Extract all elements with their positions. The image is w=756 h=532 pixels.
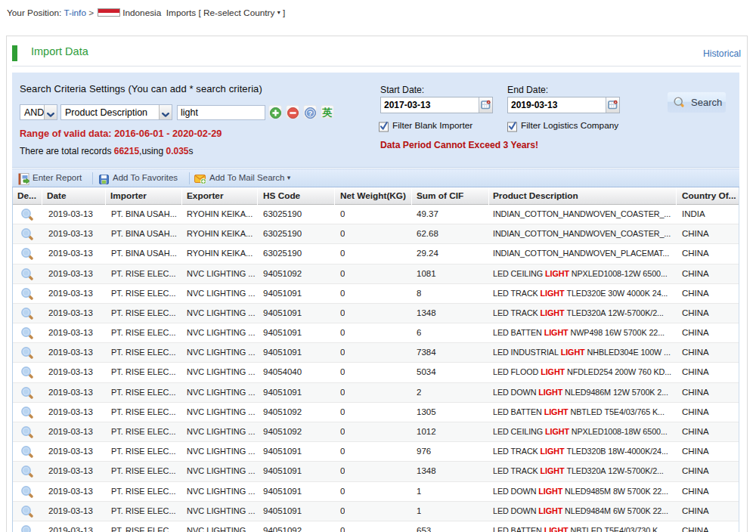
svg-text:?: ?	[308, 109, 312, 117]
